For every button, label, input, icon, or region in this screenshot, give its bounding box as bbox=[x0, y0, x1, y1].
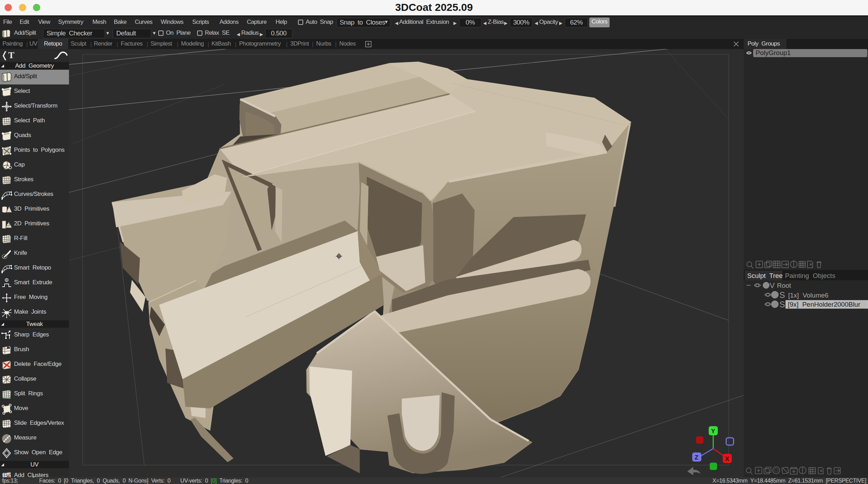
svg-text:Sculpt Tree: Sculpt Tree bbox=[747, 272, 783, 279]
svg-text:PolyGroup1: PolyGroup1 bbox=[756, 49, 791, 56]
svg-text:Z: Z bbox=[695, 454, 698, 461]
svg-text:S: S bbox=[779, 290, 785, 300]
svg-text:Painting Objects: Painting Objects bbox=[785, 272, 835, 279]
svg-text:[1x] Volume6: [1x] Volume6 bbox=[788, 292, 828, 299]
svg-text:V: V bbox=[770, 281, 775, 290]
svg-text:[9x] PenHolder2000Blur: [9x] PenHolder2000Blur bbox=[788, 301, 861, 308]
svg-text:S: S bbox=[779, 300, 785, 309]
svg-text:Root: Root bbox=[777, 282, 791, 289]
svg-text:X: X bbox=[725, 456, 729, 462]
svg-text:Y: Y bbox=[711, 428, 715, 435]
